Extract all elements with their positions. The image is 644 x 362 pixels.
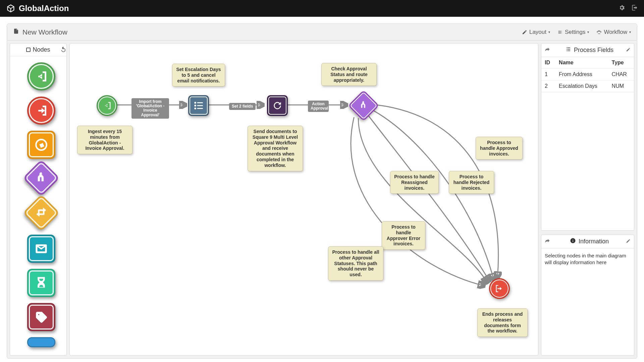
palette-navigate-node[interactable]	[27, 131, 55, 159]
fields-title: Process Fields	[574, 47, 613, 54]
process-fields-panel: Process Fields ID Name Type 1	[541, 43, 634, 231]
brand-cube-icon	[6, 4, 15, 13]
pencil-icon[interactable]	[626, 47, 631, 54]
start-node[interactable]	[97, 95, 117, 116]
table-row[interactable]: 1 From Address CHAR	[541, 69, 634, 80]
svg-rect-8	[197, 105, 203, 106]
brand-text: GlobalAction	[19, 4, 69, 13]
note-other: Process to handle all other Approval Sta…	[328, 246, 383, 281]
workflow-dropdown[interactable]: Workflow▾	[596, 29, 631, 36]
palette-header: Nodes	[10, 44, 66, 56]
page-title: New Workflow	[22, 28, 67, 36]
fields-table: ID Name Type 1 From Address CHAR 2	[541, 57, 634, 92]
undo-icon[interactable]	[59, 45, 68, 55]
table-row[interactable]: 2 Escalation Days NUM	[541, 80, 634, 92]
svg-point-4	[194, 102, 196, 104]
share-icon[interactable]	[545, 47, 550, 54]
svg-point-6	[194, 108, 196, 110]
edge-label-approval: Action Approval	[308, 101, 329, 112]
gear-icon[interactable]	[619, 4, 625, 12]
brand: GlobalAction	[6, 4, 69, 13]
palette-start-node[interactable]	[27, 62, 55, 90]
note-approver-error: Process to handle Approver Error invoice…	[382, 221, 425, 250]
info-title: Information	[579, 238, 609, 245]
note-approved: Process to handle Approved invoices.	[476, 137, 523, 160]
info-icon	[570, 238, 576, 245]
svg-point-5	[194, 105, 196, 107]
settings-dropdown[interactable]: Settings▾	[557, 29, 589, 36]
action-node[interactable]	[267, 95, 288, 116]
pencil-icon[interactable]	[626, 238, 631, 245]
edge-label-setfields: Set 2 fields	[229, 103, 256, 110]
palette-wait-node[interactable]	[27, 269, 55, 297]
list-icon	[565, 46, 571, 54]
note-send: Send documents to Square 9 Multi Level A…	[248, 126, 303, 171]
note-ingest: Ingest every 15 minutes from GlobalActio…	[77, 126, 132, 154]
info-body: Selecting nodes in the main diagram will…	[541, 248, 634, 270]
palette-end-node[interactable]	[27, 97, 55, 125]
palette-decision-node[interactable]	[23, 160, 60, 196]
file-icon	[13, 28, 19, 36]
col-type: Type	[608, 57, 634, 69]
note-end: Ends process and releases documents form…	[477, 308, 528, 337]
share-icon[interactable]	[545, 238, 550, 245]
note-rejected: Process to handle Rejected invoices.	[449, 171, 494, 194]
palette-tag-node[interactable]	[27, 303, 55, 331]
layout-dropdown[interactable]: Layout▾	[522, 29, 550, 36]
decision-node[interactable]	[348, 90, 379, 121]
end-node[interactable]	[489, 278, 510, 299]
palette-loop-node[interactable]	[23, 194, 60, 231]
topbar: GlobalAction	[0, 0, 644, 17]
note-reassigned: Process to handle Reassigned invoices.	[390, 171, 439, 194]
workflow-canvas[interactable]: Import from 'GlobalAction - Invoice Appr…	[69, 43, 538, 356]
svg-rect-9	[197, 108, 203, 109]
col-name: Name	[555, 57, 608, 69]
edge-label-import: Import from 'GlobalAction - Invoice Appr…	[131, 98, 169, 119]
setfields-node[interactable]	[188, 95, 209, 116]
palette-email-node[interactable]	[27, 235, 55, 263]
note-escalation: Set Escalation Days to 5 and cancel emai…	[172, 64, 225, 86]
workflow-panel: New Workflow Layout▾ Settings▾ Workflow▾…	[7, 23, 637, 359]
palette-more-node[interactable]	[27, 337, 55, 347]
panel-header: New Workflow Layout▾ Settings▾ Workflow▾	[7, 24, 637, 41]
col-id: ID	[541, 57, 555, 69]
information-panel: Information Selecting nodes in the main …	[541, 235, 634, 356]
logout-icon[interactable]	[631, 4, 638, 12]
note-check: Check Approval Status and route appropri…	[321, 63, 377, 86]
svg-rect-7	[197, 102, 203, 103]
nodes-palette: Nodes	[10, 43, 67, 356]
edges	[70, 44, 538, 355]
